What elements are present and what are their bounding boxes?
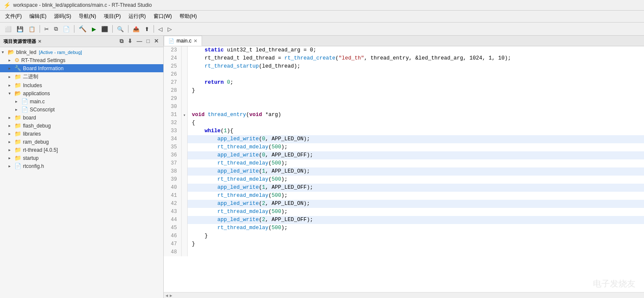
tree-icon-libraries: 📁: [14, 131, 21, 137]
tree-label-applications: applications: [23, 91, 50, 96]
line-number-24: 24: [164, 54, 182, 62]
menu-item-S[interactable]: 源码(S): [51, 11, 74, 21]
line-arrow-27[interactable]: [182, 79, 188, 87]
line-arrow-35[interactable]: [182, 143, 188, 151]
tree-item-blink_led[interactable]: ▾📂blink_led[Active - ram_debug]: [0, 48, 163, 56]
tree-arrow-startup[interactable]: ▸: [9, 156, 14, 160]
code-line-30: 30: [164, 103, 644, 111]
line-arrow-41[interactable]: [182, 192, 188, 200]
tree-arrow-SConscript[interactable]: ▸: [15, 107, 21, 112]
line-number-36: 36: [164, 151, 182, 159]
line-arrow-23[interactable]: [182, 46, 188, 54]
menu-item-H[interactable]: 帮助(H): [176, 11, 200, 21]
tree-arrow-rtconfig.h[interactable]: ▸: [9, 164, 14, 168]
tree-arrow-flash_debug[interactable]: ▸: [9, 123, 14, 128]
tree-arrow-rt-thread[interactable]: ▸: [9, 148, 14, 152]
line-arrow-25[interactable]: [182, 62, 188, 71]
tree-arrow-applications[interactable]: ▾: [9, 91, 14, 96]
tree-item-flash_debug[interactable]: ▸📁flash_debug: [0, 122, 163, 130]
horizontal-scrollbar[interactable]: ◂ ▸: [164, 292, 644, 298]
sidebar-max-btn[interactable]: □: [145, 37, 151, 45]
tree-arrow-blink_led[interactable]: ▾: [2, 50, 8, 54]
line-arrow-28[interactable]: [182, 87, 188, 95]
sidebar-sync-btn[interactable]: ⬇: [126, 37, 134, 45]
line-arrow-44[interactable]: [182, 216, 188, 224]
tree-arrow-ram_debug[interactable]: ▸: [9, 139, 14, 144]
toolbar-build[interactable]: 🔨: [77, 24, 89, 34]
tree-arrow-libraries[interactable]: ▸: [9, 131, 14, 136]
toolbar-stop[interactable]: ⬛: [99, 25, 110, 34]
tree-item-applications[interactable]: ▾📂applications: [0, 89, 163, 97]
code-line-37: 37 rt_thread_mdelay(500);: [164, 159, 644, 167]
sidebar-collapse-btn[interactable]: ⧉: [118, 37, 125, 45]
menu-item-F[interactable]: 文件(F): [2, 11, 25, 21]
line-number-44: 44: [164, 216, 182, 224]
toolbar-forward[interactable]: ▷: [165, 25, 174, 34]
scroll-left[interactable]: ◂: [165, 292, 168, 298]
line-arrow-43[interactable]: [182, 208, 188, 216]
tree-item-rtconfig.h[interactable]: ▸📄rtconfig.h: [0, 162, 163, 170]
tree-item-二进制[interactable]: ▸📁二进制: [0, 72, 163, 81]
sidebar-min-btn[interactable]: —: [135, 37, 143, 45]
tree-arrow-main.c[interactable]: ▸: [15, 99, 21, 104]
line-number-38: 38: [164, 167, 182, 176]
code-line-31: 31▾void thread_entry(void *arg): [164, 111, 644, 119]
line-arrow-47[interactable]: [182, 240, 188, 248]
tab-close-main.c[interactable]: ✕: [194, 38, 197, 44]
menu-item-N[interactable]: 导航(N): [75, 11, 100, 21]
tree-item-libraries[interactable]: ▸📁libraries: [0, 130, 163, 138]
line-arrow-32[interactable]: [182, 119, 188, 127]
line-arrow-40[interactable]: [182, 184, 188, 192]
toolbar-save[interactable]: 💾: [14, 25, 26, 34]
tree-item-main.c[interactable]: ▸📄main.c: [0, 97, 163, 105]
tree-item-SConscript[interactable]: ▸📄SConscript: [0, 105, 163, 114]
scroll-right[interactable]: ▸: [170, 292, 172, 298]
tree-item-Includes[interactable]: ▸📁Includes: [0, 81, 163, 89]
menu-item-P[interactable]: 项目(P): [100, 11, 124, 21]
line-arrow-34[interactable]: [182, 135, 188, 143]
tree-arrow-board-information[interactable]: ▸: [9, 66, 14, 71]
tree-item-board-information[interactable]: ▸🔧Board Information: [0, 64, 163, 72]
tree-label-startup: startup: [23, 155, 39, 161]
code-editor[interactable]: 23 static uint32_t led_thread_arg = 0;24…: [164, 46, 644, 292]
line-arrow-31[interactable]: ▾: [182, 111, 188, 119]
toolbar-save-all[interactable]: 📋: [26, 25, 37, 34]
toolbar-back[interactable]: ◁: [156, 25, 165, 34]
line-number-25: 25: [164, 62, 182, 71]
tree-item-rt-thread[interactable]: ▸📁rt-thread [4.0.5]: [0, 146, 163, 154]
line-arrow-33[interactable]: [182, 127, 188, 135]
sidebar-close-btn[interactable]: ✕: [153, 37, 160, 45]
line-arrow-30[interactable]: [182, 103, 188, 111]
line-arrow-29[interactable]: [182, 95, 188, 103]
menu-item-E[interactable]: 编辑(E): [26, 11, 50, 21]
menu-item-W[interactable]: 窗口(W): [150, 11, 175, 21]
tree-item-rt-thread-settings[interactable]: ▸⚙RT-Thread Settings: [0, 56, 163, 64]
toolbar-paste[interactable]: 📄: [61, 25, 72, 34]
toolbar-search[interactable]: 🔍: [115, 25, 126, 34]
line-arrow-46[interactable]: [182, 232, 188, 240]
line-arrow-38[interactable]: [182, 167, 188, 176]
line-arrow-48[interactable]: [182, 248, 188, 256]
line-arrow-36[interactable]: [182, 151, 188, 159]
toolbar-upload[interactable]: ⬆: [142, 25, 151, 34]
menu-item-R[interactable]: 运行(R): [125, 11, 149, 21]
toolbar-cut[interactable]: ✂: [42, 25, 51, 34]
line-arrow-37[interactable]: [182, 159, 188, 167]
tree-arrow-二进制[interactable]: ▸: [9, 74, 14, 79]
tab-main.c[interactable]: 📄main.c✕: [164, 36, 202, 46]
line-arrow-45[interactable]: [182, 224, 188, 232]
toolbar-new[interactable]: ⬜: [3, 25, 14, 34]
tree-arrow-board[interactable]: ▸: [9, 115, 14, 120]
tree-arrow-rt-thread-settings[interactable]: ▸: [9, 58, 14, 62]
tree-item-ram_debug[interactable]: ▸📁ram_debug: [0, 138, 163, 146]
tree-item-board[interactable]: ▸📁board: [0, 114, 163, 122]
line-arrow-39[interactable]: [182, 176, 188, 184]
tree-item-startup[interactable]: ▸📁startup: [0, 154, 163, 162]
toolbar-debug[interactable]: ▶: [90, 25, 98, 34]
toolbar-copy[interactable]: ⧉: [52, 24, 60, 34]
line-arrow-42[interactable]: [182, 200, 188, 208]
toolbar-export[interactable]: 📤: [131, 25, 142, 34]
line-arrow-26[interactable]: [182, 71, 188, 79]
line-arrow-24[interactable]: [182, 54, 188, 62]
tree-arrow-Includes[interactable]: ▸: [9, 83, 14, 88]
